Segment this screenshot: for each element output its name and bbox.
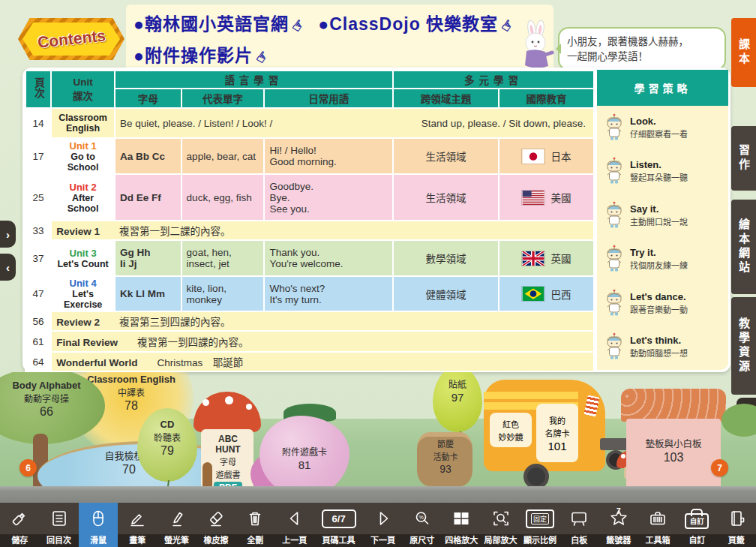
tool-delete-all[interactable]: 全刪 [236, 503, 274, 547]
label-attachment-game-cards: 附件遊戲卡 81 [264, 444, 345, 471]
tool-page-tabs[interactable]: 頁籤 [717, 503, 756, 547]
contents-table: 頁次 Unit 課次 語言學習 多元學習 字母 代表單字 日常用語 跨領域主題 … [25, 70, 595, 372]
unit-cell: Unit 4 Let's Exercise [51, 276, 115, 311]
tool-custom[interactable]: 自訂 自訂 [677, 503, 716, 547]
table-row: 64 Wonderful WorldChristmas 耶誕節 [26, 352, 594, 371]
hand-pointer-icon: ☞ [282, 11, 314, 40]
review-cell: Final Review複習第一到四課的內容。 [51, 331, 594, 352]
contents-list-icon [50, 503, 69, 534]
page-badge-right: 7 [711, 459, 728, 476]
domain-cell: 生活領域 [393, 138, 499, 174]
unit-cell: Unit 1 Go to School [51, 138, 115, 174]
col-header-language-learning: 語言學習 [115, 71, 393, 89]
strategy-listen: Listen.豎起耳朵聽一聽 [603, 157, 724, 185]
star-number-icon: 7 [609, 503, 628, 534]
tool-back-to-contents[interactable]: 回目次 [39, 503, 78, 547]
unit-cell: Unit 3 Let's Count [51, 240, 115, 276]
words-cell: kite, lion, monkey [182, 276, 265, 311]
robot-icon [603, 245, 626, 273]
tool-partial-zoom[interactable]: 局部放大 [481, 503, 520, 547]
previous-page-icon [285, 503, 304, 534]
label-festival-cards: 節慶 活動卡 93 [418, 437, 472, 475]
display-ratio-icon: 固定 [526, 503, 554, 534]
attachments-scene: Classroom English 中譯表 78 Body Alphabet 動… [0, 372, 756, 503]
link-classdojo[interactable]: ●ClassDojo 快樂教室 [318, 14, 498, 34]
tool-whiteboard[interactable]: 白板 [560, 503, 598, 547]
tab-textbook[interactable]: 課本 [731, 18, 756, 87]
bottom-toolbar: 儲存 回目次 滑鼠 畫筆 螢光筆 橡皮擦 全刪 上一頁 [0, 503, 756, 547]
unit-cell: Unit 2 After School [51, 174, 115, 221]
robot-icon [603, 201, 626, 230]
tool-number-picker[interactable]: 7 籤號器 [598, 503, 638, 547]
shop-roof [621, 389, 726, 422]
link-official-site[interactable]: ●翰林國小英語官網 [134, 14, 289, 34]
tool-save[interactable]: 儲存 [0, 503, 39, 547]
label-cd-listening-table: CD 聆聽表 79 [137, 419, 197, 458]
link-attachment-videos[interactable]: ●附件操作影片 [134, 46, 253, 65]
daily-cell: Goodbye. Bye. See you. [264, 174, 392, 221]
tab-workbook[interactable]: 習作 [731, 126, 756, 191]
mascot-speech-bubble: 小朋友，跟著機器人赫赫， 一起開心學英語！ [558, 27, 726, 71]
col-header-words: 代表單字 [182, 89, 265, 108]
label-board-and-whiteboard: 墊板與小白板 103 [626, 435, 721, 464]
speech-line-1: 小朋友，跟著機器人赫赫， [567, 35, 717, 50]
col-header-daily: 日常用語 [264, 89, 392, 108]
words-cell: apple, bear, cat [182, 138, 265, 174]
svg-text:%: % [418, 515, 423, 520]
country-cell: 英國 [499, 240, 594, 276]
mouse-icon [88, 503, 108, 534]
page-number: 25 [26, 174, 51, 221]
contents-ribbon: Contents [18, 18, 124, 60]
tool-next-page[interactable]: 下一頁 [363, 503, 402, 547]
strategy-say-it: Say it.主動開口說一說 [603, 201, 724, 230]
page-number: 37 [26, 240, 51, 276]
country-cell: 美國 [499, 174, 594, 221]
four-grid-icon [452, 503, 471, 534]
col-header-multi-learning: 多元學習 [393, 71, 594, 89]
tool-toolbox[interactable]: 工具箱 [638, 503, 677, 547]
table-row: 17 Unit 1 Go to School Aa Bb Cc apple, b… [26, 138, 594, 174]
caravan-vent [584, 395, 599, 417]
tool-highlighter[interactable]: 螢光筆 [157, 503, 196, 547]
tab-picturebook-site[interactable]: 繪本網站 [731, 200, 756, 294]
table-row: 14 Classroom English Be quiet, please. /… [26, 108, 594, 138]
tool-eraser[interactable]: 橡皮擦 [196, 503, 236, 547]
left-panel-close-button[interactable]: ‹ [0, 254, 16, 281]
tool-original-size[interactable]: % 原尺寸 [403, 503, 442, 547]
page-indicator[interactable]: 6/7 [322, 509, 356, 528]
tool-four-grid-zoom[interactable]: 四格放大 [442, 503, 481, 547]
toolbox-icon [648, 503, 668, 534]
tool-display-ratio[interactable]: 固定 顯示比例 [520, 503, 560, 547]
partial-zoom-icon [491, 503, 511, 534]
domain-cell: 數學領域 [393, 240, 499, 276]
review-cell: Wonderful WorldChristmas 耶誕節 [51, 352, 594, 371]
daily-cell: Thank you. You're welcome. [264, 240, 392, 276]
next-page-icon [374, 503, 393, 534]
words-cell: goat, hen, insect, jet [182, 240, 265, 276]
usa-flag-icon [521, 190, 545, 206]
japan-flag-icon [521, 149, 545, 164]
robot-icon [603, 157, 626, 185]
tool-mouse[interactable]: 滑鼠 [79, 503, 118, 547]
daily-cell: Hi! / Hello! Good morning. [264, 138, 392, 174]
tool-previous-page[interactable]: 上一頁 [275, 503, 314, 547]
contents-card: 頁次 Unit 課次 語言學習 多元學習 字母 代表單字 日常用語 跨領域主題 … [22, 68, 730, 372]
tool-pen[interactable]: 畫筆 [118, 503, 157, 547]
tool-page-indicator[interactable]: 6/7 頁碼工具 [314, 503, 363, 547]
table-row: 25 Unit 2 After School Dd Ee Ff duck, eg… [26, 174, 594, 221]
letters-cell: Aa Bb Cc [115, 138, 182, 174]
col-header-unit: Unit 課次 [51, 71, 115, 108]
country-cell: 日本 [499, 138, 594, 174]
shop-house: 墊板與小白板 103 [626, 389, 721, 489]
left-panel-open-button[interactable]: › [0, 221, 16, 248]
classroom-english-phrases: Be quiet, please. / Listen! / Look! / St… [115, 108, 594, 138]
robot-icon [603, 113, 626, 142]
highlighter-icon [167, 503, 187, 534]
save-icon [10, 503, 29, 534]
letters-cell: Gg Hh Ii Jj [115, 240, 182, 276]
speech-line-2: 一起開心學英語！ [567, 50, 717, 65]
header-links-panel: ●翰林國小英語官網☞ ●ClassDojo 快樂教室☞ ●附件操作影片☞ [126, 5, 554, 74]
road [0, 486, 756, 503]
col-header-letters: 字母 [115, 89, 182, 108]
table-row: 47 Unit 4 Let's Exercise Kk Ll Mm kite, … [26, 276, 594, 311]
